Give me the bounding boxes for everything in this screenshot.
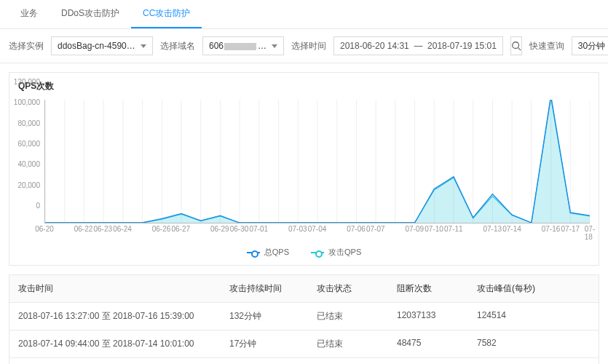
chevron-down-icon	[272, 44, 277, 48]
header-duration: 攻击持续时间	[229, 282, 317, 295]
x-tick: 07-17	[561, 225, 580, 233]
chevron-down-icon	[141, 44, 146, 48]
cell-duration: 17分钟	[229, 338, 317, 350]
instance-select[interactable]: ddosBag-cn-4590nh…	[51, 36, 153, 55]
circle-marker-icon	[311, 250, 324, 256]
x-tick: 07-06	[347, 225, 366, 233]
cell-status: 已结束	[317, 338, 397, 350]
header-block: 阻断次数	[397, 282, 477, 295]
search-button[interactable]	[510, 36, 522, 55]
x-tick: 06-27	[171, 225, 190, 233]
main-tabs: 业务 DDoS攻击防护 CC攻击防护	[0, 0, 608, 29]
chart-panel: QPS次数 020,00040,00060,00080,000100,00012…	[9, 72, 599, 266]
x-tick: 06-20	[35, 225, 54, 233]
filter-bar: 选择实例 ddosBag-cn-4590nh… 选择域名 606.net 选择时…	[0, 29, 608, 63]
cell-peak: 124514	[477, 310, 590, 323]
y-tick: 100,000	[14, 98, 40, 106]
tab-cc[interactable]: CC攻击防护	[131, 0, 202, 28]
y-tick: 40,000	[17, 160, 40, 168]
x-tick: 06-24	[113, 225, 132, 233]
header-time: 攻击时间	[18, 282, 229, 295]
x-tick: 06-22	[74, 225, 93, 233]
x-tick: 07-10	[425, 225, 443, 233]
x-tick: 07-13	[483, 225, 502, 233]
cell-time: 2018-07-16 13:27:00 至 2018-07-16 15:39:0…	[18, 310, 229, 323]
circle-marker-icon	[247, 250, 260, 256]
quick-select[interactable]: 30分钟	[572, 36, 608, 55]
tab-ddos[interactable]: DDoS攻击防护	[50, 0, 131, 28]
cell-block: 12037133	[397, 310, 477, 323]
cell-peak: 7582	[477, 338, 590, 350]
cell-block: 48475	[397, 338, 477, 350]
x-tick: 07-14	[502, 225, 521, 233]
tab-business[interactable]: 业务	[9, 0, 50, 28]
table-row: 2018-07-14 09:24:00 至 2018-07-14 09:36:0…	[9, 357, 599, 364]
cell-status: 已结束	[317, 310, 397, 323]
domain-label: 选择域名	[160, 40, 195, 52]
x-tick: 07-03	[288, 225, 307, 233]
chart-plot	[44, 100, 590, 223]
time-range-picker[interactable]: 2018-06-20 14:31 — 2018-07-19 15:01	[333, 36, 503, 55]
search-icon	[511, 41, 521, 51]
svg-line-1	[518, 48, 521, 51]
instance-value: ddosBag-cn-4590nh…	[58, 41, 136, 51]
y-tick: 20,000	[17, 181, 40, 189]
instance-label: 选择实例	[9, 40, 44, 52]
x-tick: 07-11	[444, 225, 463, 233]
x-tick: 07-01	[249, 225, 268, 233]
x-tick: 07-04	[308, 225, 327, 233]
y-tick: 60,000	[17, 140, 40, 148]
redacted-text	[224, 43, 256, 50]
cell-time: 2018-07-14 09:44:00 至 2018-07-14 10:01:0…	[18, 338, 229, 350]
svg-point-0	[513, 42, 519, 49]
time-label: 选择时间	[291, 40, 326, 52]
chart-legend: 总QPS 攻击QPS	[9, 242, 599, 265]
x-tick: 06-23	[93, 225, 112, 233]
legend-attack-qps[interactable]: 攻击QPS	[311, 247, 361, 258]
legend-total-qps[interactable]: 总QPS	[247, 247, 289, 258]
y-tick: 120,000	[14, 78, 40, 86]
y-tick: 80,000	[17, 119, 40, 127]
x-tick: 06-26	[152, 225, 171, 233]
quick-value: 30分钟	[578, 40, 605, 52]
domain-select[interactable]: 606.net	[202, 36, 284, 55]
domain-value: 606.net	[209, 41, 267, 51]
quick-label: 快速查询	[529, 40, 564, 52]
header-peak: 攻击峰值(每秒)	[477, 282, 590, 295]
table-header: 攻击时间 攻击持续时间 攻击状态 阻断次数 攻击峰值(每秒)	[9, 274, 599, 302]
y-tick: 0	[36, 202, 40, 210]
table-row: 2018-07-16 13:27:00 至 2018-07-16 15:39:0…	[9, 302, 599, 330]
x-tick: 07-16	[542, 225, 561, 233]
x-tick: 06-29	[210, 225, 229, 233]
x-tick: 07-07	[366, 225, 385, 233]
x-tick: 07-09	[405, 225, 424, 233]
table-row: 2018-07-14 09:44:00 至 2018-07-14 10:01:0…	[9, 330, 599, 357]
header-status: 攻击状态	[317, 282, 397, 295]
y-axis: 020,00040,00060,00080,000100,000120,000	[9, 97, 43, 228]
x-axis: 06-2006-2206-2306-2406-2606-2706-2906-30…	[44, 223, 590, 238]
x-tick: 06-30	[230, 225, 249, 233]
chart-title: QPS次数	[9, 73, 599, 97]
cell-duration: 132分钟	[229, 310, 317, 323]
chart-area: 020,00040,00060,00080,000100,000120,000 …	[9, 97, 599, 242]
x-tick: 07-18	[585, 225, 595, 241]
attack-table: 攻击时间 攻击持续时间 攻击状态 阻断次数 攻击峰值(每秒) 2018-07-1…	[9, 274, 599, 364]
